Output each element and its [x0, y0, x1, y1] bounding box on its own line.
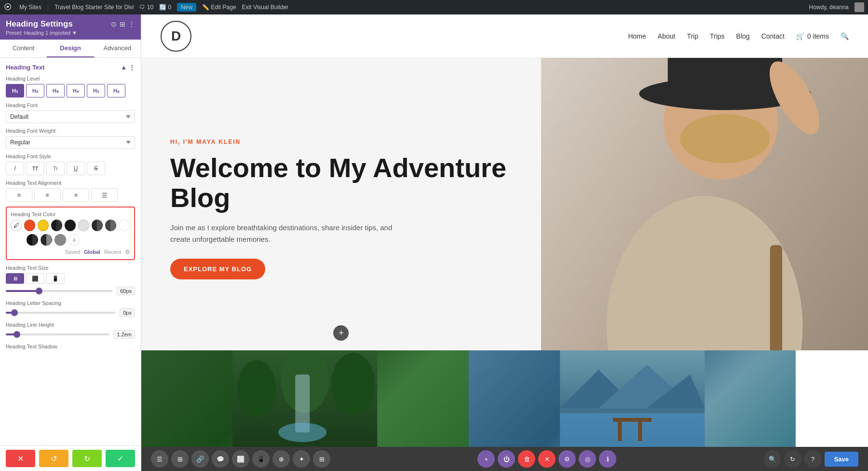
heading-text-size-value[interactable]: 60px	[117, 287, 135, 295]
toolbar-refresh-btn[interactable]: ↻	[784, 450, 801, 468]
color-tab-global[interactable]: Global	[84, 249, 100, 255]
style-uppercase[interactable]: TT	[26, 162, 44, 175]
style-capitalize[interactable]: Tr	[46, 162, 65, 175]
style-strikethrough[interactable]: S	[87, 162, 105, 175]
nav-trip[interactable]: Trip	[687, 32, 698, 40]
color-swatch-black-half2[interactable]	[27, 234, 38, 246]
toolbar-trash-btn[interactable]: 🗑	[518, 450, 535, 468]
heading-level-h4[interactable]: H₄	[67, 84, 85, 97]
style-underline[interactable]: U	[67, 162, 85, 175]
my-sites-link[interactable]: My Sites	[19, 4, 41, 11]
color-swatch-white[interactable]	[119, 220, 130, 231]
toolbar-table-btn[interactable]: ⊞	[313, 450, 330, 468]
align-left[interactable]: ≡	[6, 188, 32, 202]
toolbar-mobile-btn[interactable]: 📱	[252, 450, 270, 468]
color-swatch-dark2[interactable]	[65, 220, 76, 231]
toolbar-add-btn[interactable]: +	[477, 450, 495, 468]
toolbar-search-btn[interactable]: 🔍	[764, 450, 781, 468]
heading-font-select[interactable]: Default	[6, 111, 135, 123]
resp-mobile[interactable]: 📱	[46, 273, 65, 284]
heading-text-color-section: Heading Text Color 🖊	[6, 207, 135, 260]
color-swatch-med[interactable]	[54, 234, 66, 246]
heading-letter-spacing-value[interactable]: 0px	[120, 308, 135, 317]
toolbar-close-btn[interactable]: ✕	[538, 450, 556, 468]
align-justify[interactable]: ☰	[91, 188, 118, 202]
toolbar-target-btn[interactable]: ◎	[579, 450, 596, 468]
reset-button[interactable]: ↺	[39, 450, 68, 467]
resp-tablet[interactable]: ⬛	[26, 273, 44, 284]
heading-level-h1[interactable]: H₁	[6, 84, 24, 97]
expand-icon[interactable]: ⊞	[120, 20, 125, 28]
align-center[interactable]: ≡	[34, 188, 61, 202]
tab-advanced[interactable]: Advanced	[94, 40, 141, 57]
color-add-button[interactable]: +	[68, 234, 80, 246]
section-more-icon[interactable]: ⋮	[129, 64, 135, 71]
heading-line-height-slider[interactable]	[6, 333, 109, 335]
toolbar-settings-btn[interactable]: ⚙	[558, 450, 576, 468]
wp-logo-icon[interactable]: ⦿	[4, 3, 12, 12]
tab-design[interactable]: Design	[47, 40, 94, 57]
heading-level-h3[interactable]: H₃	[46, 84, 65, 97]
nav-blog[interactable]: Blog	[736, 32, 750, 40]
heading-level-h6[interactable]: H₆	[107, 84, 125, 97]
toolbar-help-btn[interactable]: ?	[804, 450, 822, 468]
nav-about[interactable]: About	[658, 32, 676, 40]
color-swatch-dark-half[interactable]	[51, 220, 62, 231]
heading-level-h2[interactable]: H₂	[26, 84, 44, 97]
toolbar-info-btn[interactable]: ℹ	[599, 450, 616, 468]
toolbar-square-btn[interactable]: ⬜	[232, 450, 249, 468]
color-swatch-dark4-half[interactable]	[105, 220, 116, 231]
tab-content[interactable]: Content	[0, 40, 47, 57]
settings-icon[interactable]: ⊙	[111, 20, 117, 28]
heading-text-alignment-row: ≡ ≡ ≡ ☰	[6, 188, 135, 202]
color-settings-gear-icon[interactable]: ⚙	[125, 249, 130, 255]
more-icon[interactable]: ⋮	[128, 20, 135, 28]
color-swatch-light[interactable]	[78, 220, 89, 231]
comments-link[interactable]: 🗨 10	[139, 4, 153, 11]
heading-line-height-section: Heading Line Height 1.2em	[6, 322, 135, 339]
toolbar-grid2-btn[interactable]: ✦	[293, 450, 310, 468]
heading-text-size-slider[interactable]	[6, 290, 113, 292]
heading-letter-spacing-slider[interactable]	[6, 312, 116, 314]
nav-home[interactable]: Home	[628, 32, 646, 40]
exit-builder-link[interactable]: Exit Visual Builder	[242, 4, 289, 11]
toolbar-power-btn[interactable]: ⏻	[498, 450, 515, 468]
collapse-icon[interactable]: ▲	[121, 64, 127, 71]
toolbar-chat-btn[interactable]: 💬	[212, 450, 229, 468]
new-button[interactable]: New	[177, 3, 196, 12]
color-tab-saved[interactable]: Saved	[65, 249, 80, 255]
color-swatch-orange-red[interactable]	[24, 220, 35, 231]
align-right[interactable]: ≡	[63, 188, 89, 202]
nav-contact[interactable]: Contact	[761, 32, 785, 40]
heading-level-h5[interactable]: H₅	[87, 84, 105, 97]
color-swatch-yellow[interactable]	[38, 220, 49, 231]
cart-icon[interactable]: 🛒 0 items	[796, 32, 829, 40]
edit-page-link[interactable]: ✏️ Edit Page	[202, 4, 236, 11]
save-button[interactable]: Save	[825, 452, 858, 467]
toolbar-link-btn[interactable]: 🔗	[191, 450, 209, 468]
color-tab-recent[interactable]: Recent	[104, 249, 121, 255]
hero-cta-button[interactable]: EXPLORE MY BLOG	[170, 259, 265, 279]
color-swatch-dark5-half[interactable]	[41, 234, 52, 246]
add-section-button[interactable]: +	[333, 325, 349, 341]
heading-font-weight-select[interactable]: Regular	[6, 136, 135, 149]
resp-desktop[interactable]: 🖥	[6, 273, 24, 284]
confirm-button[interactable]: ✓	[106, 450, 135, 467]
toolbar-columns-btn[interactable]: ⊞	[171, 450, 189, 468]
hero-description: Join me as I explore breathtaking destin…	[170, 222, 402, 245]
heading-line-height-value[interactable]: 1.2em	[113, 330, 135, 339]
updates-link[interactable]: 🔄 0	[159, 4, 171, 11]
toolbar-grid1-btn[interactable]: ⊕	[272, 450, 290, 468]
redo-button[interactable]: ↻	[72, 450, 102, 467]
site-nav: Home About Trip Trips Blog Contact 🛒 0 i…	[628, 32, 849, 40]
color-swatch-dark3-half[interactable]	[92, 220, 103, 231]
color-eyedropper[interactable]: 🖊	[11, 220, 22, 231]
blog-link[interactable]: Travel Blog Starter Site for Divi	[54, 4, 134, 11]
cancel-button[interactable]: ✕	[6, 450, 35, 467]
style-italic[interactable]: I	[6, 162, 24, 175]
search-icon[interactable]: 🔍	[841, 32, 849, 40]
hero-image-svg	[541, 58, 868, 350]
nav-trips[interactable]: Trips	[710, 32, 725, 40]
toolbar-rows-btn[interactable]: ☰	[151, 450, 168, 468]
panel-preset[interactable]: Preset: Heading 1 imported ▼	[6, 30, 77, 36]
